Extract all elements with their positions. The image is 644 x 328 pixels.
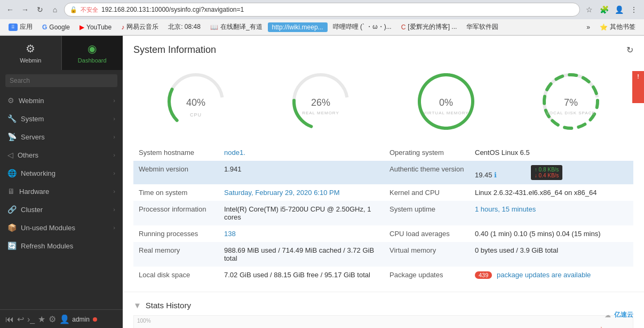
cell-label2: Kernel and CPU (384, 184, 470, 201)
footer-undo-icon[interactable]: ↩ (17, 314, 24, 324)
others-arrow-icon: › (113, 152, 115, 158)
time-link[interactable]: Saturday, February 29, 2020 6:10 PM (224, 189, 340, 197)
app-container: ⚙ Webmin ◉ Dashboard ⚙ Webmin › 🔧 (0, 36, 644, 328)
notification-badge[interactable]: ! (632, 71, 644, 103)
footer-settings-icon[interactable]: ⚙ (49, 314, 56, 324)
system-info-panel: System Information ↻ 40% CPU (123, 36, 644, 292)
panel-refresh-button[interactable]: ↻ (626, 45, 633, 55)
gauge-cpu-svg: 40% CPU (164, 69, 228, 134)
sidebar-item-others[interactable]: ◁ Others › (0, 146, 123, 164)
search-input[interactable] (5, 74, 117, 87)
cell-label: Real memory (133, 242, 219, 267)
stats-title: ▼ Stats History (133, 301, 633, 310)
footer-prev-icon[interactable]: ⏮ (5, 315, 14, 324)
forward-button[interactable]: → (19, 4, 31, 15)
bookmark-apps[interactable]: ⠿ 应用 (4, 21, 37, 33)
webmin-arrow-icon: › (113, 97, 115, 104)
home-button[interactable]: ⌂ (49, 4, 61, 15)
stats-history-section: ▼ Stats History 100% 50% (123, 292, 644, 328)
cloud-icon: ☁ (605, 311, 611, 319)
sidebar-item-refresh-modules[interactable]: 🔄 Refresh Modules (0, 237, 123, 255)
cell-label: System hostname (133, 144, 219, 161)
footer-admin[interactable]: 👤 admin (59, 314, 90, 324)
dashboard-icon: ◉ (88, 42, 97, 55)
watermark-text: 亿速云 (614, 310, 633, 319)
bookmark-more[interactable]: » (582, 22, 594, 32)
bookmark-bilibili[interactable]: 哔哩哔哩 (` ・ω・)... (329, 21, 396, 33)
table-row: Webmin version 1.941 Authentic theme ver… (133, 161, 633, 184)
package-updates-link[interactable]: package updates are available (497, 271, 591, 279)
sidebar-dashboard-link[interactable]: ◉ Dashboard (62, 36, 123, 70)
dashboard-label: Dashboard (78, 57, 107, 64)
sidebar-item-networking[interactable]: 🌐 Networking › (0, 164, 123, 182)
nav-label-others: Others (18, 151, 38, 159)
bookmark-google[interactable]: G Google (38, 22, 74, 32)
bookmark-folder-icon: ⭐ (600, 24, 608, 31)
cluster-arrow-icon: › (113, 206, 115, 213)
bookmark-beijing[interactable]: 北京: 08:48 (164, 21, 205, 33)
sidebar-item-system[interactable]: 🔧 System › (0, 110, 123, 128)
bookmark-blog[interactable]: C [爱辉光的博客] ... (397, 21, 462, 33)
cell-label2: Package updates (384, 267, 470, 283)
table-row: Running processes 138 CPU load averages … (133, 225, 633, 242)
reload-button[interactable]: ↻ (34, 4, 46, 15)
menu-button[interactable]: ⋮ (628, 4, 640, 15)
profile-button[interactable]: 👤 (613, 4, 625, 15)
bookmark-huajun-label: 华军软件园 (466, 22, 498, 32)
sidebar-item-servers[interactable]: 📡 Servers › (0, 128, 123, 146)
sidebar-item-hardware[interactable]: 🖥 Hardware › (0, 182, 123, 200)
gauge-local-disk: 7% LOCAL DISK SPACE (539, 69, 603, 134)
address-bar[interactable]: 🔓 不安全 192.168.200.131:10000/sysinfo.cgi?… (64, 3, 580, 17)
nav-label-system: System (21, 115, 44, 123)
bookmark-youtube-label: YouTube (86, 24, 112, 31)
net-down-speed: ↓ 0.4 KB/s (535, 173, 559, 178)
sidebar-item-cluster[interactable]: 🔗 Cluster › (0, 200, 123, 218)
bookmark-huajun[interactable]: 华军软件园 (462, 21, 503, 33)
bookmark-star[interactable]: ☆ (583, 4, 595, 15)
back-button[interactable]: ← (4, 4, 16, 15)
apps-icon: ⠿ (9, 24, 18, 31)
sidebar-navigation: ⚙ Webmin › 🔧 System › 📡 Servers › (0, 91, 123, 309)
nav-label-hardware: Hardware (19, 188, 49, 196)
stats-toggle-icon[interactable]: ▼ (133, 301, 141, 310)
net-speed-box: ↑ 0.8 KB/s ↓ 0.4 KB/s (531, 165, 563, 180)
gauge-virtual-memory: 0% VIRTUAL MEMORY (414, 69, 478, 134)
bookmark-other[interactable]: ⭐ 其他书签 (595, 21, 640, 33)
sidebar: ⚙ Webmin ◉ Dashboard ⚙ Webmin › 🔧 (0, 36, 123, 328)
bookmark-fanyi[interactable]: 📖 在线翻译_有道 (206, 21, 267, 33)
system-arrow-icon: › (113, 115, 115, 122)
system-nav-icon: 🔧 (7, 114, 17, 123)
net-up-speed: ↑ 0.8 KB/s (535, 167, 559, 173)
processes-link[interactable]: 138 (224, 230, 236, 238)
uptime-link[interactable]: 1 hours, 15 minutes (475, 205, 536, 213)
bookmarks-bar: ⠿ 应用 G Google ▶ YouTube ♪ 网易云音乐 北京: 08:4… (0, 19, 644, 35)
bookmark-bilibili-label: 哔哩哔哩 (` ・ω・)... (333, 22, 392, 32)
browser-titlebar: ← → ↻ ⌂ 🔓 不安全 192.168.200.131:10000/sysi… (0, 0, 644, 19)
cell-value: Intel(R) Core(TM) i5-7200U CPU @ 2.50GHz… (219, 201, 384, 225)
bookmark-163[interactable]: ♪ 网易云音乐 (117, 21, 163, 33)
sidebar-item-unused-modules[interactable]: 📦 Un-used Modules › (0, 218, 123, 237)
browser-chrome: ← → ↻ ⌂ 🔓 不安全 192.168.200.131:10000/sysi… (0, 0, 644, 36)
footer-terminal-icon[interactable]: ›_ (27, 315, 35, 324)
cell-value2: 0.40 (1 min) 0.10 (5 mins) 0.04 (15 mins… (470, 225, 633, 242)
footer-star-icon[interactable]: ★ (38, 314, 45, 324)
cell-value2: 1 hours, 15 minutes (470, 201, 633, 225)
hostname-link[interactable]: node1. (224, 149, 245, 157)
cell-value: 138 (219, 225, 384, 242)
bookmark-iwiki[interactable]: http://iwiki.meep... (268, 22, 328, 32)
gauge-cpu: 40% CPU (164, 69, 228, 134)
nav-label-unused-modules: Un-used Modules (21, 224, 75, 232)
info-icon[interactable]: ℹ (494, 171, 497, 179)
bookmark-iwiki-label: http://iwiki.meep... (272, 24, 323, 31)
cell-value: Saturday, February 29, 2020 6:10 PM (219, 184, 384, 201)
bookmark-youtube[interactable]: ▶ YouTube (75, 22, 116, 32)
gauge-real-memory: 26% REAL MEMORY (289, 69, 353, 134)
cell-value: node1. (219, 144, 384, 161)
sidebar-footer: ⏮ ↩ ›_ ★ ⚙ 👤 admin (0, 309, 123, 328)
bookmark-blog-icon: C (401, 24, 406, 31)
panel-header: System Information ↻ (133, 44, 633, 56)
sidebar-webmin-logo[interactable]: ⚙ Webmin (0, 36, 62, 70)
extensions-button[interactable]: 🧩 (598, 4, 610, 15)
sidebar-item-webmin[interactable]: ⚙ Webmin › (0, 91, 123, 110)
cell-value2: CentOS Linux 6.5 (470, 144, 633, 161)
